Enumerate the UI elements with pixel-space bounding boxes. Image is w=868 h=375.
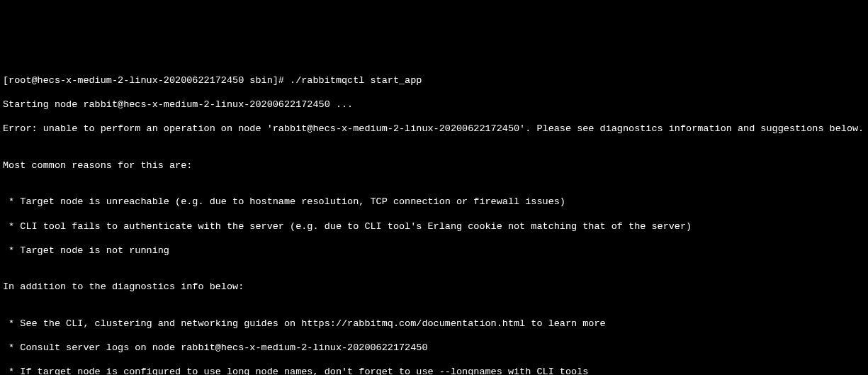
terminal-line: * Target node is not running xyxy=(3,245,865,257)
terminal-line: * Consult server logs on node rabbit@hec… xyxy=(3,342,865,354)
terminal-line: Most common reasons for this are: xyxy=(3,159,865,172)
terminal-line: In addition to the diagnostics info belo… xyxy=(3,281,865,293)
terminal-line: * See the CLI, clustering and networking… xyxy=(3,318,865,330)
terminal-line: [root@hecs-x-medium-2-linux-202006221724… xyxy=(3,74,865,86)
terminal-line: Error: unable to perform an operation on… xyxy=(3,123,865,135)
terminal-line: * CLI tool fails to authenticate with th… xyxy=(3,220,865,233)
terminal-line: Starting node rabbit@hecs-x-medium-2-lin… xyxy=(3,99,865,111)
terminal-line: * Target node is unreachable (e.g. due t… xyxy=(3,196,865,208)
terminal-output[interactable]: [root@hecs-x-medium-2-linux-202006221724… xyxy=(0,61,868,375)
terminal-line: * If target node is configured to use lo… xyxy=(3,366,865,375)
